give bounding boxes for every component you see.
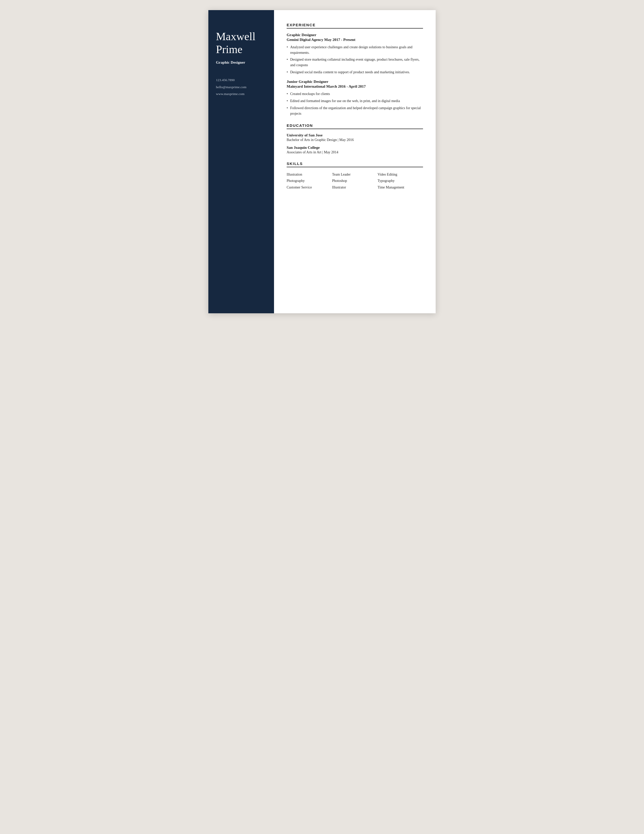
phone-number: 123.456.7890 (216, 77, 266, 83)
skill-item: Typography (378, 178, 423, 184)
school-1-name: University of San Jose (287, 133, 423, 137)
skills-col-3: Video Editing Typography Time Management (378, 171, 423, 191)
job-1: Graphic Designer Gemini Digital Agency M… (287, 32, 423, 75)
job-2-title: Junior Graphic Designer (287, 79, 423, 84)
job-2-company-date: Mainyard International March 2016 - Apri… (287, 84, 423, 89)
skills-col-2: Team Leader Photoshop Illustrator (332, 171, 378, 191)
skills-col-1: Illustration Photography Customer Servic… (287, 171, 332, 191)
skill-item: Illustrator (332, 184, 378, 191)
skill-item: Customer Service (287, 184, 332, 191)
skill-item: Team Leader (332, 171, 378, 178)
school-1-degree: Bachelor of Arts in Graphic Design | May… (287, 138, 423, 142)
skills-grid: Illustration Photography Customer Servic… (287, 171, 423, 191)
skill-item: Photoshop (332, 178, 378, 184)
list-item: Edited and formatted images for use on t… (287, 98, 423, 104)
list-item: Created mockups for clients (287, 91, 423, 97)
list-item: Designed store marketing collateral incl… (287, 57, 423, 68)
job-1-company-date: Gemini Digital Agency May 2017 - Present (287, 38, 423, 42)
education-section-title: EDUCATION (287, 123, 423, 129)
sidebar: Maxwell Prime Graphic Designer 123.456.7… (208, 10, 274, 313)
job-1-title: Graphic Designer (287, 32, 423, 37)
experience-section-title: EXPERIENCE (287, 23, 423, 29)
list-item: Analyzed user experience challenges and … (287, 44, 423, 55)
contact-section: 123.456.7890 hello@maxprime.com www.maxp… (216, 77, 266, 97)
email-address: hello@maxprime.com (216, 84, 266, 90)
candidate-title: Graphic Designer (216, 60, 266, 65)
list-item: Followed directions of the organization … (287, 105, 423, 116)
job-2-bullets: Created mockups for clients Edited and f… (287, 91, 423, 116)
school-2: San Joaquin College Associates of Arts i… (287, 145, 423, 154)
school-2-name: San Joaquin College (287, 145, 423, 150)
skill-item: Time Management (378, 184, 423, 191)
skill-item: Illustration (287, 171, 332, 178)
experience-section: EXPERIENCE Graphic Designer Gemini Digit… (287, 23, 423, 116)
school-1: University of San Jose Bachelor of Arts … (287, 133, 423, 142)
skill-item: Photography (287, 178, 332, 184)
skills-section: SKILLS Illustration Photography Customer… (287, 162, 423, 191)
education-section: EDUCATION University of San Jose Bachelo… (287, 123, 423, 154)
job-2: Junior Graphic Designer Mainyard Interna… (287, 79, 423, 116)
school-2-degree: Associates of Arts in Art | May 2014 (287, 150, 423, 154)
main-content: EXPERIENCE Graphic Designer Gemini Digit… (274, 10, 436, 313)
job-1-bullets: Analyzed user experience challenges and … (287, 44, 423, 75)
website-url: www.maxprime.com (216, 91, 266, 97)
resume-container: Maxwell Prime Graphic Designer 123.456.7… (208, 10, 436, 313)
skill-item: Video Editing (378, 171, 423, 178)
skills-section-title: SKILLS (287, 162, 423, 167)
candidate-name: Maxwell Prime (216, 30, 266, 56)
list-item: Designed social media content to support… (287, 70, 423, 75)
